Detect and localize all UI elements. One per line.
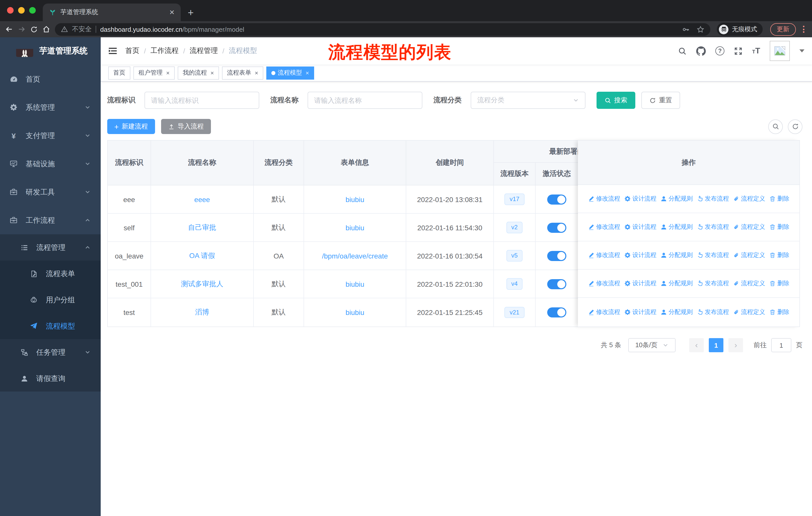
process-name-input[interactable] (308, 92, 423, 109)
home-icon[interactable] (42, 25, 50, 33)
github-icon[interactable] (696, 46, 706, 56)
sidebar-item-dev-tools[interactable]: 研发工具 (0, 178, 101, 206)
browser-menu-icon[interactable] (803, 26, 805, 33)
process-name-link[interactable]: 测试多审批人 (181, 279, 223, 289)
design-action-link[interactable]: 设计流程 (624, 308, 657, 316)
active-toggle[interactable] (547, 307, 566, 318)
form-info-link[interactable]: biubiu (346, 195, 365, 203)
sidebar-toggle-icon[interactable] (108, 46, 117, 55)
sidebar-item-payment-mgmt[interactable]: ¥支付管理 (0, 121, 101, 150)
window-minimize-button[interactable] (18, 7, 25, 13)
edit-action-link[interactable]: 修改流程 (588, 251, 620, 260)
refresh-table-button[interactable] (788, 119, 803, 134)
form-info-link[interactable]: biubiu (346, 223, 365, 232)
assign-action-link[interactable]: 分配规则 (661, 308, 693, 316)
address-bar[interactable]: 不安全 dashboard.yudao.iocoder.cn/bpm/manag… (55, 23, 710, 35)
breadcrumb-item[interactable]: 流程管理 (190, 46, 218, 55)
edit-action-link[interactable]: 修改流程 (588, 223, 620, 231)
active-toggle[interactable] (547, 279, 566, 289)
design-action-link[interactable]: 设计流程 (624, 279, 657, 288)
import-process-button[interactable]: 导入流程 (161, 119, 211, 134)
tag-tenant-mgmt[interactable]: 租户管理× (134, 66, 175, 79)
tag-process-form[interactable]: 流程表单× (222, 66, 263, 79)
new-tab-button[interactable]: + (188, 7, 194, 18)
process-id-input[interactable] (144, 92, 259, 109)
definition-action-link[interactable]: 流程定义 (733, 223, 765, 231)
window-maximize-button[interactable] (29, 7, 36, 13)
definition-action-link[interactable]: 流程定义 (733, 308, 765, 316)
sidebar-item-process-mgmt[interactable]: 流程管理 (0, 234, 101, 261)
design-action-link[interactable]: 设计流程 (624, 194, 657, 203)
key-icon[interactable] (682, 25, 690, 33)
design-action-link[interactable]: 设计流程 (624, 223, 657, 231)
process-name-link[interactable]: OA 请假 (189, 251, 215, 260)
tag-close-icon[interactable]: × (255, 69, 258, 76)
process-category-select[interactable]: 流程分类 (471, 92, 585, 109)
page-size-select[interactable]: 10条/页 (628, 338, 675, 352)
publish-action-link[interactable]: 发布流程 (697, 223, 729, 231)
delete-action-link[interactable]: 删除 (769, 251, 789, 260)
chevron-down-icon[interactable] (800, 49, 805, 52)
active-toggle[interactable] (547, 194, 566, 204)
browser-tab[interactable]: 芋道管理系统 ✕ (43, 3, 181, 21)
forward-icon[interactable] (18, 25, 26, 33)
create-process-button[interactable]: +新建流程 (107, 119, 155, 134)
definition-action-link[interactable]: 流程定义 (733, 251, 765, 260)
sidebar-item-task-mgmt[interactable]: 任务管理 (0, 339, 101, 365)
process-name-link[interactable]: 自己审批 (188, 223, 216, 232)
form-info-link[interactable]: biubiu (346, 308, 365, 317)
delete-action-link[interactable]: 删除 (769, 279, 789, 288)
active-toggle[interactable] (547, 251, 566, 261)
tab-close-icon[interactable]: ✕ (169, 8, 175, 16)
form-info-link[interactable]: /bpm/oa/leave/create (322, 252, 388, 260)
font-size-icon[interactable]: TT (752, 47, 760, 55)
fullscreen-icon[interactable] (734, 47, 743, 55)
sidebar-item-process-form[interactable]: 流程表单 (0, 261, 101, 287)
design-action-link[interactable]: 设计流程 (624, 251, 657, 260)
sidebar-item-leave-query[interactable]: 请假查询 (0, 365, 101, 391)
publish-action-link[interactable]: 发布流程 (697, 279, 729, 288)
publish-action-link[interactable]: 发布流程 (697, 251, 729, 260)
assign-action-link[interactable]: 分配规则 (661, 279, 693, 288)
avatar[interactable] (770, 41, 790, 61)
publish-action-link[interactable]: 发布流程 (697, 308, 729, 316)
reload-icon[interactable] (30, 25, 38, 33)
search-button[interactable]: 搜索 (597, 92, 635, 109)
tag-close-icon[interactable]: × (210, 69, 214, 76)
delete-action-link[interactable]: 删除 (769, 308, 789, 316)
delete-action-link[interactable]: 删除 (769, 194, 789, 203)
form-info-link[interactable]: biubiu (346, 280, 365, 288)
sidebar-item-system-mgmt[interactable]: 系统管理 (0, 93, 101, 121)
prev-page-button[interactable]: ‹ (689, 338, 704, 352)
tag-my-process[interactable]: 我的流程× (178, 66, 219, 79)
current-page[interactable]: 1 (709, 338, 723, 352)
sidebar-item-user-group[interactable]: 用户分组 (0, 287, 101, 313)
assign-action-link[interactable]: 分配规则 (661, 194, 693, 203)
sidebar-item-process-model[interactable]: 流程模型 (0, 313, 101, 339)
publish-action-link[interactable]: 发布流程 (697, 194, 729, 203)
sidebar-item-home[interactable]: 首页 (0, 65, 101, 93)
browser-update-button[interactable]: 更新 (770, 23, 796, 35)
edit-action-link[interactable]: 修改流程 (588, 194, 620, 203)
sidebar-item-workflow[interactable]: 工作流程 (0, 206, 101, 234)
edit-action-link[interactable]: 修改流程 (588, 308, 620, 316)
bookmark-star-icon[interactable] (697, 25, 704, 33)
toggle-search-button[interactable] (768, 119, 783, 134)
assign-action-link[interactable]: 分配规则 (661, 251, 693, 260)
breadcrumb-item[interactable]: 首页 (125, 46, 140, 55)
search-icon[interactable] (678, 47, 687, 55)
assign-action-link[interactable]: 分配规则 (661, 223, 693, 231)
process-name-link[interactable]: 滔博 (195, 308, 209, 317)
process-name-link[interactable]: eeee (194, 195, 210, 203)
next-page-button[interactable]: › (728, 338, 743, 352)
help-icon[interactable]: ? (715, 46, 724, 55)
tag-home[interactable]: 首页 (108, 66, 130, 79)
window-close-button[interactable] (7, 7, 13, 13)
active-toggle[interactable] (547, 222, 566, 233)
breadcrumb-item[interactable]: 工作流程 (150, 46, 179, 55)
back-icon[interactable] (5, 25, 13, 33)
tag-process-model[interactable]: 流程模型× (266, 66, 314, 79)
delete-action-link[interactable]: 删除 (769, 223, 789, 231)
tag-close-icon[interactable]: × (166, 69, 170, 76)
goto-page-input[interactable] (771, 338, 791, 352)
